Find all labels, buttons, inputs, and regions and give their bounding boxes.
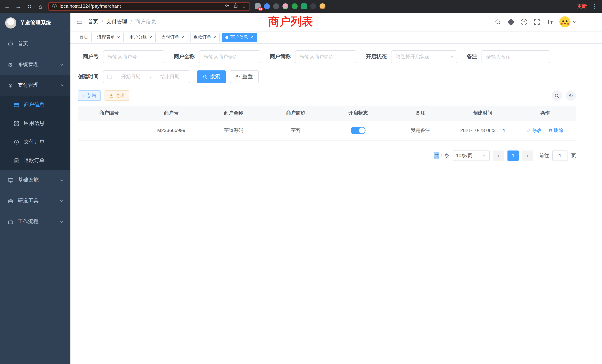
extension-color-icon[interactable] xyxy=(282,3,288,9)
extension-pin-icon[interactable] xyxy=(310,3,316,9)
tab-refund-order[interactable]: 退款订单 × xyxy=(190,32,220,42)
cell-status xyxy=(327,120,389,140)
breadcrumb-separator: / xyxy=(130,19,132,25)
refresh-icon: ↻ xyxy=(569,93,573,99)
toggle-knob xyxy=(359,127,365,133)
browser-profile-avatar[interactable] xyxy=(320,3,325,9)
date-start-placeholder[interactable]: 开始日期 xyxy=(115,73,147,80)
tab-merchant-info[interactable]: 商户信息 × xyxy=(222,32,257,42)
tab-user-group[interactable]: 用户分组 × xyxy=(126,32,156,42)
sidebar: 芋道管理系统 首页 ⚙ 系统管理 ¥ xyxy=(0,13,70,364)
fullscreen-icon[interactable] xyxy=(534,19,540,25)
extensions-cluster: 10 xyxy=(255,3,325,9)
sidebar-item-payment[interactable]: ¥ 支付管理 xyxy=(0,75,70,96)
sidebar-item-refund-order[interactable]: 退款订单 xyxy=(0,151,70,170)
merchant-no-input[interactable] xyxy=(103,50,164,63)
breadcrumb-payment[interactable]: 支付管理 xyxy=(106,19,127,25)
sidebar-toggle-icon[interactable] xyxy=(76,19,83,25)
page-suffix-label: 页 xyxy=(571,152,576,159)
logo-row[interactable]: 芋道管理系统 xyxy=(0,13,70,33)
tab-pay-order[interactable]: 支付订单 × xyxy=(158,32,188,42)
short-name-input[interactable] xyxy=(295,50,356,63)
breadcrumb-separator: / xyxy=(102,19,103,25)
chevron-up-icon xyxy=(60,83,64,87)
site-info-icon[interactable]: ⓘ xyxy=(52,3,57,10)
search-button[interactable]: 搜索 xyxy=(197,70,226,83)
sidebar-item-label: 支付订单 xyxy=(24,139,64,145)
tab-close-icon[interactable]: × xyxy=(149,35,152,40)
tab-close-icon[interactable]: × xyxy=(117,35,120,40)
sidebar-item-system[interactable]: ⚙ 系统管理 xyxy=(0,54,70,75)
browser-reload-icon[interactable]: ↻ xyxy=(26,3,33,9)
sidebar-item-dev-tools[interactable]: 研发工具 xyxy=(0,191,70,211)
browser-forward-icon[interactable]: → xyxy=(15,3,22,9)
github-icon[interactable] xyxy=(508,19,514,25)
browser-home-icon[interactable]: ⌂ xyxy=(37,3,44,9)
sidebar-item-app-info[interactable]: 应用信息 xyxy=(0,114,70,133)
export-button[interactable]: 导出 xyxy=(104,90,129,101)
delete-link[interactable]: 删除 xyxy=(548,127,563,134)
tab-process-form[interactable]: 流程表单 × xyxy=(94,32,124,42)
sidebar-item-infrastructure[interactable]: 基础设施 xyxy=(0,170,70,191)
col-merchant-id: 商户编号 xyxy=(78,106,140,120)
font-size-icon[interactable]: TT xyxy=(547,19,553,25)
chevron-down-icon xyxy=(450,54,454,60)
user-avatar-menu[interactable] xyxy=(559,16,576,27)
extensions-puzzle-icon[interactable]: 10 xyxy=(255,3,261,9)
tab-home[interactable]: 首页 xyxy=(76,32,92,42)
col-actions: 操作 xyxy=(514,106,576,120)
extension-dark-icon[interactable] xyxy=(273,3,279,9)
remark-input[interactable] xyxy=(482,50,550,63)
url-text: localhost:1024/pay/merchant xyxy=(60,4,121,9)
extension-blue-icon[interactable] xyxy=(264,3,270,9)
next-page-button[interactable]: › xyxy=(522,150,533,161)
breadcrumb: 首页 / 支付管理 / 商户信息 xyxy=(88,19,156,25)
date-end-placeholder[interactable]: 结束日期 xyxy=(153,73,186,80)
tab-close-icon[interactable]: × xyxy=(213,35,217,40)
breadcrumb-home[interactable]: 首页 xyxy=(88,19,98,25)
browser-back-icon[interactable]: ← xyxy=(4,3,10,9)
filter-row-1: 商户号 商户全称 商户简称 开启状态 请选择开启状态 xyxy=(78,50,576,63)
add-button[interactable]: + 新增 xyxy=(78,90,101,101)
password-key-icon[interactable] xyxy=(225,3,230,10)
monitor-icon xyxy=(7,177,13,183)
search-icon[interactable] xyxy=(495,19,501,25)
status-select[interactable]: 请选择开启状态 xyxy=(391,50,457,63)
date-range-picker[interactable]: 开始日期 - 结束日期 xyxy=(103,70,190,83)
tab-close-icon[interactable]: × xyxy=(181,35,184,40)
full-name-label: 商户全称 xyxy=(174,53,195,60)
tab-label: 支付订单 xyxy=(161,34,179,40)
sidebar-item-pay-order[interactable]: 支付订单 xyxy=(0,133,70,151)
edit-link[interactable]: 修改 xyxy=(526,127,542,134)
table-row: 1 M233666999 芋道源码 芋艿 我是备注 2021-10-23 08:… xyxy=(78,120,576,140)
sidebar-item-label: 支付管理 xyxy=(18,82,55,89)
browser-menu-icon[interactable]: ⋮ xyxy=(591,3,598,10)
toolbox-icon xyxy=(7,198,13,204)
extension-green-square-icon[interactable] xyxy=(301,3,307,9)
url-bar[interactable]: ⓘ localhost:1024/pay/merchant ☆ xyxy=(48,2,250,11)
extension-green-check-icon[interactable] xyxy=(292,3,298,9)
status-toggle[interactable] xyxy=(351,127,366,134)
share-icon[interactable] xyxy=(233,3,238,10)
grid-icon xyxy=(13,121,19,126)
tab-close-icon[interactable]: × xyxy=(250,35,254,40)
prev-page-button[interactable]: ‹ xyxy=(493,150,504,161)
bookmark-star-icon[interactable]: ☆ xyxy=(242,3,246,9)
refresh-table-button[interactable]: ↻ xyxy=(566,90,576,101)
sidebar-item-workflow[interactable]: 工作流程 xyxy=(0,211,70,232)
sidebar-menu: 首页 ⚙ 系统管理 ¥ 支付管理 xyxy=(0,33,70,364)
page-size-select[interactable]: 10条/页 xyxy=(453,150,490,161)
chevron-down-icon xyxy=(572,19,576,25)
remark-label: 备注 xyxy=(467,53,477,60)
toggle-search-button[interactable] xyxy=(552,90,562,101)
sidebar-item-home[interactable]: 首页 xyxy=(0,33,70,54)
reset-button[interactable]: ↻ 重置 xyxy=(230,70,258,83)
sidebar-item-label: 系统管理 xyxy=(18,61,55,68)
goto-page-input[interactable] xyxy=(552,150,568,161)
full-name-input[interactable] xyxy=(199,50,260,63)
help-icon[interactable]: ? xyxy=(521,19,527,25)
sidebar-item-merchant-info[interactable]: 商户信息 xyxy=(0,96,70,114)
current-page-button[interactable]: 1 xyxy=(507,150,519,161)
chevron-down-icon xyxy=(482,153,486,158)
browser-update-button[interactable]: 更新 xyxy=(577,3,587,10)
